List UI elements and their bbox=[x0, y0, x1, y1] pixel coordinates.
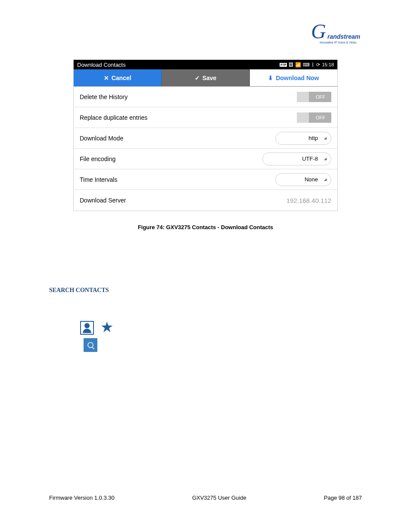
setting-time-intervals: Time Intervals None ◢ bbox=[74, 169, 337, 190]
setting-label: Download Server bbox=[80, 197, 126, 204]
toggle-knob bbox=[297, 112, 309, 123]
toggle-knob bbox=[297, 92, 309, 102]
download-contacts-screenshot: Download Contacts FTP 🖼 📶 ⌨ ᛒ ⟳ 15:18 ✕ … bbox=[73, 59, 338, 211]
download-icon: ⬇ bbox=[268, 75, 273, 81]
logo-tagline: Innovative IP Voice & Video bbox=[320, 41, 357, 44]
check-icon: ✓ bbox=[195, 75, 200, 81]
picture-icon: 🖼 bbox=[289, 62, 293, 67]
status-icons: FTP 🖼 📶 ⌨ ᛒ ⟳ 15:18 bbox=[280, 62, 334, 68]
setting-label: File encoding bbox=[80, 156, 115, 162]
setting-download-mode: Download Mode http ◢ bbox=[74, 128, 337, 149]
download-now-label: Download Now bbox=[276, 75, 319, 81]
dropdown-caret-icon: ◢ bbox=[324, 136, 327, 140]
setting-delete-history: Delete the History OFF bbox=[74, 87, 337, 107]
bluetooth-icon: ᛒ bbox=[311, 62, 314, 67]
page-footer: Firmware Version 1.0.3.30 GXV3275 User G… bbox=[49, 495, 362, 501]
search-contacts-icons: ★ bbox=[80, 321, 114, 352]
firmware-version: Firmware Version 1.0.3.30 bbox=[49, 495, 115, 501]
screen-title: Download Contacts bbox=[77, 62, 280, 68]
clock-time: 15:18 bbox=[322, 62, 334, 67]
status-bar: Download Contacts FTP 🖼 📶 ⌨ ᛒ ⟳ 15:18 bbox=[74, 60, 337, 69]
magnifier-icon bbox=[87, 342, 93, 348]
download-now-button[interactable]: ⬇ Download Now bbox=[250, 69, 337, 86]
setting-replace-duplicates: Replace duplicate entries OFF bbox=[74, 107, 337, 128]
delete-history-toggle[interactable]: OFF bbox=[297, 92, 331, 102]
setting-label: Delete the History bbox=[80, 93, 128, 100]
spinner-value: UTF-8 bbox=[302, 156, 318, 162]
brand-logo: G randstream Innovative IP Voice & Video bbox=[311, 24, 363, 50]
replace-duplicates-toggle[interactable]: OFF bbox=[297, 112, 331, 123]
setting-label: Download Mode bbox=[80, 135, 123, 142]
search-icon bbox=[84, 338, 97, 352]
contact-icon bbox=[80, 321, 94, 335]
figure-caption: Figure 74: GXV3275 Contacts - Download C… bbox=[0, 224, 411, 230]
keyboard-icon: ⌨ bbox=[303, 62, 310, 68]
cancel-button[interactable]: ✕ Cancel bbox=[74, 69, 162, 86]
star-icon: ★ bbox=[100, 321, 114, 335]
toggle-state: OFF bbox=[316, 94, 325, 100]
close-icon: ✕ bbox=[104, 75, 109, 81]
section-heading-search-contacts: SEARCH CONTACTS bbox=[49, 287, 109, 294]
setting-download-server: Download Server 192.168.40.112 bbox=[74, 190, 337, 211]
page-number: Page 98 of 187 bbox=[324, 495, 362, 501]
ftp-indicator-icon: FTP bbox=[280, 63, 287, 67]
save-label: Save bbox=[202, 75, 217, 81]
setting-label: Replace duplicate entries bbox=[80, 114, 147, 121]
download-server-field[interactable]: 192.168.40.112 bbox=[286, 197, 331, 204]
time-intervals-spinner[interactable]: None ◢ bbox=[275, 173, 331, 186]
signal-icon: 📶 bbox=[295, 62, 301, 68]
logo-glyph: G bbox=[311, 19, 326, 43]
setting-label: Time Intervals bbox=[80, 176, 117, 183]
logo-brand-text: randstream bbox=[327, 33, 360, 40]
spinner-value: None bbox=[305, 176, 318, 183]
sync-icon: ⟳ bbox=[316, 62, 320, 68]
file-encoding-spinner[interactable]: UTF-8 ◢ bbox=[262, 152, 331, 165]
dropdown-caret-icon: ◢ bbox=[324, 157, 327, 161]
settings-list: Delete the History OFF Replace duplicate… bbox=[74, 87, 337, 211]
download-mode-spinner[interactable]: http ◢ bbox=[275, 132, 331, 145]
action-bar: ✕ Cancel ✓ Save ⬇ Download Now bbox=[74, 69, 337, 87]
document-title: GXV3275 User Guide bbox=[192, 495, 246, 501]
setting-file-encoding: File encoding UTF-8 ◢ bbox=[74, 149, 337, 169]
save-button[interactable]: ✓ Save bbox=[162, 69, 249, 86]
dropdown-caret-icon: ◢ bbox=[324, 177, 327, 181]
spinner-value: http bbox=[308, 135, 318, 141]
toggle-state: OFF bbox=[316, 115, 325, 120]
cancel-label: Cancel bbox=[112, 75, 131, 81]
